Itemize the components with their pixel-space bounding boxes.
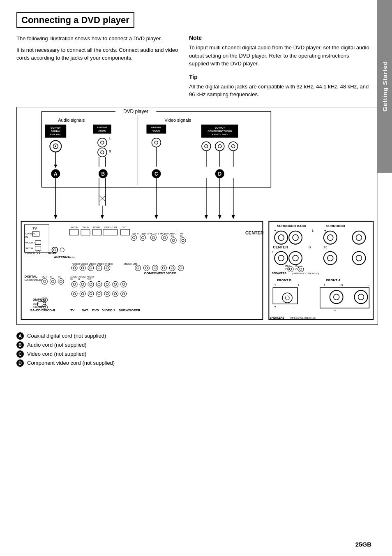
svg-point-187 <box>106 292 108 295</box>
svg-text:OPTICAL: OPTICAL <box>25 252 36 254</box>
svg-point-184 <box>96 291 102 297</box>
svg-text:VIDEO 1: VIDEO 1 <box>102 308 115 312</box>
diagram-wrapper: DVD player Audio signals Video signals O… <box>16 107 378 325</box>
legend-text-c: Video cord (not supplied) <box>27 351 86 357</box>
svg-rect-89 <box>103 229 118 235</box>
svg-text:R: R <box>109 149 112 153</box>
svg-text:(IMPEDANCE USE 8-16Ω): (IMPEDANCE USE 8-16Ω) <box>292 272 319 275</box>
svg-point-140 <box>154 266 156 269</box>
svg-marker-67 <box>218 215 221 219</box>
svg-point-257 <box>355 290 368 303</box>
svg-point-213 <box>289 231 302 244</box>
svg-point-256 <box>334 294 339 300</box>
svg-text:FRONT B: FRONT B <box>277 278 292 282</box>
svg-point-146 <box>180 266 182 269</box>
connection-diagram: DVD player Audio signals Video signals O… <box>16 107 378 325</box>
svg-point-105 <box>90 266 92 269</box>
svg-point-173 <box>106 283 108 285</box>
svg-text:L: L <box>109 136 111 140</box>
legend-text-d: Component video cord (not supplied) <box>27 360 115 366</box>
svg-text:OUT: OUT <box>87 278 92 280</box>
svg-text:–: – <box>293 305 295 309</box>
svg-text:COAXIAL: COAXIAL <box>50 133 61 135</box>
svg-text:TV: TV <box>33 226 37 230</box>
svg-point-108 <box>98 266 100 269</box>
svg-point-111 <box>106 266 108 269</box>
svg-rect-87 <box>92 229 101 235</box>
svg-point-170 <box>96 281 102 287</box>
page-container: Getting Started Connecting a DVD player … <box>0 0 392 556</box>
svg-point-95 <box>60 248 64 252</box>
svg-text:IN: IN <box>50 276 52 278</box>
svg-point-20 <box>98 148 107 157</box>
svg-point-144 <box>171 266 173 269</box>
svg-rect-206 <box>269 221 373 319</box>
badge-d: D <box>16 359 24 367</box>
svg-point-128 <box>172 239 175 241</box>
svg-text:OUTPUT: OUTPUT <box>97 126 108 128</box>
svg-point-240 <box>298 266 304 272</box>
svg-point-32 <box>205 144 208 148</box>
svg-point-34 <box>218 144 221 148</box>
svg-marker-54 <box>54 215 57 219</box>
svg-text:–: – <box>367 283 369 287</box>
svg-rect-91 <box>121 229 130 235</box>
svg-point-31 <box>202 141 211 151</box>
page-title: Connecting a DVD player <box>16 12 134 28</box>
svg-text:75 COAXIAL: 75 COAXIAL <box>64 256 76 258</box>
svg-text:VIDEO: VIDEO <box>89 262 97 265</box>
svg-text:SURROUND: SURROUND <box>326 224 345 227</box>
svg-text:OUTPUT: OUTPUT <box>51 126 61 129</box>
svg-text:MONITOR OUT: MONITOR OUT <box>160 232 178 234</box>
note-title: Note <box>189 35 370 41</box>
svg-point-145 <box>178 265 184 271</box>
svg-text:Audio signals: Audio signals <box>58 117 85 122</box>
svg-marker-66 <box>205 215 208 219</box>
svg-point-177 <box>122 283 125 285</box>
svg-text:+: + <box>274 228 276 232</box>
svg-point-121 <box>152 236 154 239</box>
svg-rect-85 <box>81 229 90 235</box>
svg-point-172 <box>104 281 110 287</box>
svg-point-171 <box>98 283 100 285</box>
svg-point-176 <box>121 281 127 287</box>
legend-item-c: C Video cord (not supplied) <box>16 350 384 358</box>
svg-point-211 <box>274 231 288 244</box>
svg-text:VIDEO: VIDEO <box>72 262 80 265</box>
svg-text:DVD: DVD <box>92 308 99 312</box>
svg-point-214 <box>293 234 298 240</box>
svg-point-231 <box>327 255 333 261</box>
svg-point-230 <box>324 251 337 264</box>
svg-text:+: + <box>274 283 276 287</box>
svg-point-132 <box>182 239 184 241</box>
svg-point-169 <box>90 283 92 285</box>
svg-text:BD IN: BD IN <box>93 226 100 228</box>
svg-text:OUTPUT: OUTPUT <box>215 126 225 129</box>
svg-text:COMPONENT VIDEO: COMPONENT VIDEO <box>144 271 176 275</box>
svg-point-253 <box>285 296 289 300</box>
svg-text:SPEAKERS: SPEAKERS <box>270 316 284 319</box>
svg-marker-68 <box>232 215 235 219</box>
tip-text: All the digital audio jacks are compatib… <box>189 83 370 99</box>
svg-point-255 <box>330 290 343 303</box>
svg-point-186 <box>104 291 110 297</box>
svg-text:Cb: Cb <box>171 234 174 237</box>
svg-point-17 <box>98 138 107 147</box>
svg-point-35 <box>229 141 238 151</box>
intro-para2: It is not necessary to connect all the c… <box>16 46 181 62</box>
svg-point-33 <box>215 141 224 151</box>
svg-point-131 <box>180 237 186 243</box>
svg-point-114 <box>131 234 137 240</box>
svg-text:VIDEO: VIDEO <box>152 129 160 132</box>
svg-point-178 <box>71 291 77 297</box>
svg-point-228 <box>289 251 302 264</box>
svg-point-136 <box>137 266 139 269</box>
svg-point-151 <box>43 280 46 283</box>
svg-point-137 <box>143 265 149 271</box>
svg-text:IN: IN <box>70 278 73 280</box>
svg-point-174 <box>113 281 118 287</box>
svg-point-135 <box>135 265 141 271</box>
svg-text:R: R <box>341 283 344 287</box>
svg-point-179 <box>73 292 76 295</box>
svg-point-185 <box>98 292 100 295</box>
